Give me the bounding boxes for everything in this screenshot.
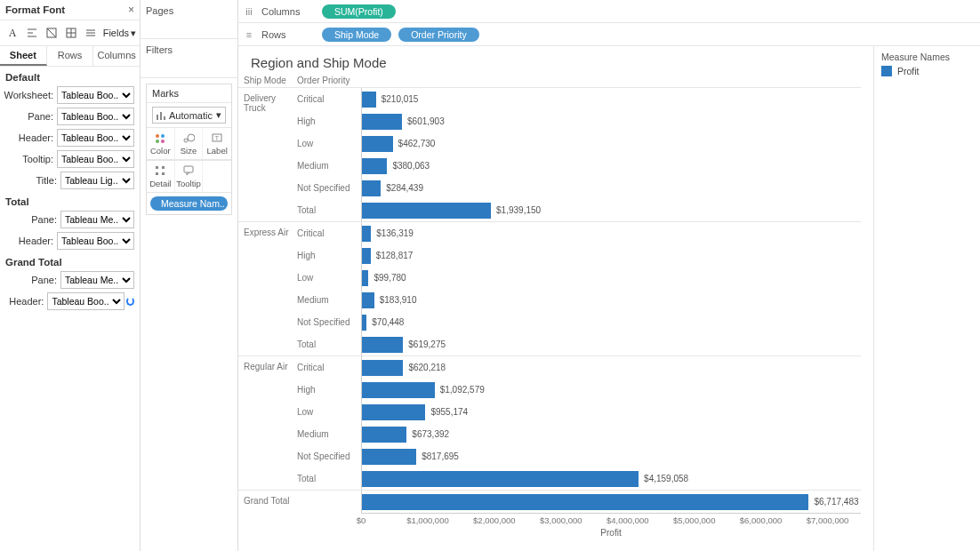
format-row: Header:Tableau Boo.. [0, 127, 140, 148]
bar-row: Not Specified$70,448 [297, 311, 861, 333]
pill-ship-mode[interactable]: Ship Mode [322, 28, 391, 42]
bar-row: High$128,817 [297, 244, 861, 267]
svg-rect-16 [162, 172, 165, 175]
bar-value-label: $1,939,150 [496, 205, 541, 215]
detail-icon [147, 164, 174, 177]
axis-tick: $3,000,000 [540, 515, 582, 525]
bar-track: $673,392 [361, 423, 861, 445]
bar[interactable] [362, 270, 368, 286]
bar-row: Critical$620,218 [297, 356, 861, 379]
lines-icon[interactable] [82, 24, 100, 42]
filters-shelf[interactable]: Filters [141, 39, 237, 78]
format-row: Pane:Tableau Boo.. [0, 106, 140, 127]
marks-color[interactable]: Color [147, 128, 175, 159]
pill-order-priority[interactable]: Order Priority [398, 28, 478, 42]
svg-rect-3 [160, 112, 162, 120]
bar-track: $955,174 [361, 401, 861, 423]
marks-tooltip[interactable]: Tooltip [175, 161, 204, 192]
ship-mode-label: Express Air [238, 222, 297, 355]
tab-rows[interactable]: Rows [47, 46, 94, 66]
caret-down-icon: ▾ [131, 28, 136, 39]
bar-track: $380,063 [361, 155, 861, 177]
svg-point-8 [161, 140, 165, 143]
svg-rect-15 [156, 172, 158, 175]
shading-icon[interactable] [43, 24, 60, 42]
section-default: Default [0, 67, 140, 84]
bar[interactable] [362, 92, 376, 108]
tab-columns[interactable]: Columns [93, 46, 140, 66]
font-letter-icon[interactable]: A [4, 24, 21, 42]
bar[interactable] [362, 248, 371, 264]
columns-shelf[interactable]: iii Columns SUM(Profit) [238, 0, 980, 23]
svg-rect-4 [164, 116, 165, 120]
font-select[interactable]: Tableau Boo.. [57, 232, 134, 250]
bar[interactable] [362, 427, 406, 443]
bar-row: Total$4,159,058 [297, 467, 861, 490]
font-select[interactable]: Tableau Boo.. [47, 292, 125, 310]
ship-mode-group: Express AirCritical$136,319High$128,817L… [238, 222, 861, 356]
format-tabs: Sheet Rows Columns [0, 46, 140, 67]
bar[interactable] [362, 337, 403, 353]
svg-rect-14 [162, 166, 165, 169]
bar[interactable] [362, 136, 393, 152]
side-shelves: Pages Filters Marks Automatic ▾ Color Si… [141, 0, 238, 551]
header-order-priority: Order Priority [297, 74, 361, 87]
font-select[interactable]: Tableau Boo.. [57, 129, 134, 147]
label-icon: T [203, 132, 231, 144]
bar[interactable] [362, 404, 425, 420]
bar[interactable] [362, 180, 381, 196]
bar[interactable] [362, 226, 371, 242]
font-select[interactable]: Tableau Boo.. [57, 108, 134, 125]
bar[interactable] [362, 494, 808, 510]
mark-type-dropdown[interactable]: Automatic ▾ [152, 107, 226, 124]
grand-total-label: Grand Total [238, 491, 361, 513]
font-select[interactable]: Tableau Lig.. [60, 172, 134, 189]
rows-shelf[interactable]: ≡ Rows Ship Mode Order Priority [238, 23, 980, 46]
font-select[interactable]: Tableau Me.. [60, 211, 134, 228]
legend-item-profit[interactable]: Profit [881, 66, 973, 76]
columns-icon: iii [244, 6, 254, 17]
bar[interactable] [362, 449, 416, 465]
axis-tick: $7,000,000 [807, 515, 849, 525]
section-total: Total [0, 191, 140, 209]
format-row: Title:Tableau Lig.. [0, 170, 140, 191]
align-icon[interactable] [23, 24, 41, 42]
tab-sheet[interactable]: Sheet [0, 46, 47, 66]
svg-point-10 [188, 134, 195, 141]
marks-pill-measure-names[interactable]: Measure Nam.. [150, 196, 228, 211]
chart-area[interactable]: Ship Mode Order Priority Delivery TruckC… [238, 74, 873, 551]
pages-shelf[interactable]: Pages [141, 0, 237, 39]
marks-detail[interactable]: Detail [147, 161, 175, 192]
priority-label: Not Specified [297, 317, 361, 327]
bar-track: $70,448 [361, 311, 861, 333]
svg-point-9 [184, 139, 188, 142]
fields-dropdown[interactable]: Fields ▾ [103, 28, 136, 39]
font-select[interactable]: Tableau Boo.. [57, 150, 134, 168]
axis-tick: $2,000,000 [473, 515, 516, 525]
bar[interactable] [362, 360, 403, 376]
bar[interactable] [362, 203, 491, 219]
marks-label[interactable]: T Label [203, 128, 231, 159]
bar-track: $210,015 [361, 88, 861, 110]
bar-track: $136,319 [361, 222, 861, 244]
bar[interactable] [362, 292, 374, 308]
font-select[interactable]: Tableau Me.. [60, 271, 134, 289]
priority-label: Low [297, 407, 361, 417]
font-select[interactable]: Tableau Boo.. [57, 86, 134, 104]
close-icon[interactable]: × [128, 4, 134, 16]
borders-icon[interactable] [62, 24, 80, 42]
bar[interactable] [362, 471, 639, 487]
bar[interactable] [362, 158, 387, 174]
legend-title: Measure Names [881, 52, 973, 62]
bar[interactable] [362, 315, 366, 331]
pill-sum-profit[interactable]: SUM(Profit) [322, 4, 396, 19]
bar[interactable] [362, 114, 402, 130]
marks-size[interactable]: Size [175, 128, 204, 159]
format-row: Pane:Tableau Me.. [0, 269, 140, 291]
format-toolbar: A Fields ▾ [0, 20, 140, 46]
size-icon [175, 132, 203, 144]
priority-label: Critical [297, 94, 361, 104]
bar[interactable] [362, 382, 435, 398]
bar-track: $4,159,058 [361, 467, 861, 490]
bar-track: $462,730 [361, 132, 861, 155]
